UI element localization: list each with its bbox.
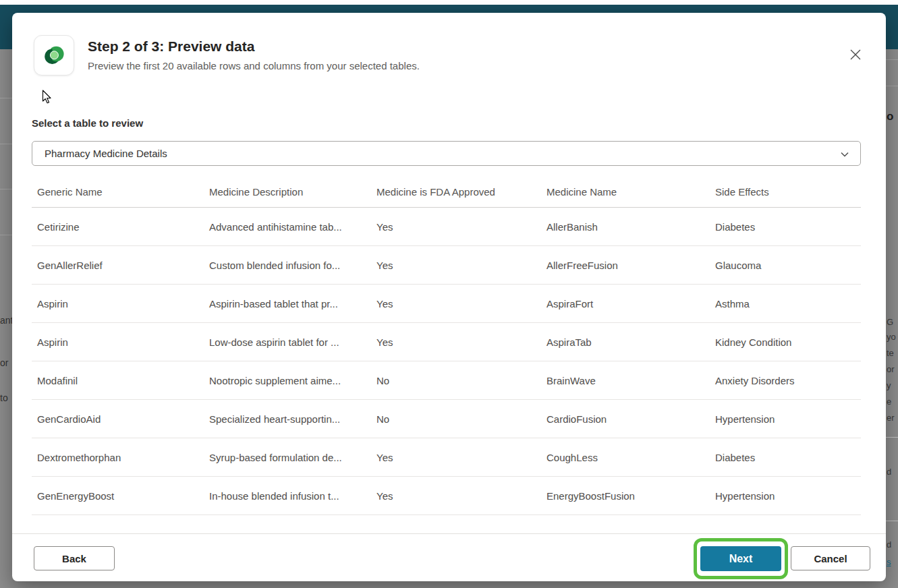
cell-side-effects: Anxiety Disorders [710,375,861,386]
dialog-title: Step 2 of 3: Preview data [88,38,254,55]
cell-fda-approved: Yes [371,452,541,463]
preview-table: Generic Name Medicine Description Medici… [32,177,861,515]
background-text-fragment: y [887,380,898,390]
cell-medicine-name: CoughLess [541,452,710,463]
table-row: Aspirin Low-dose aspirin tablet for ... … [32,323,861,361]
cell-medicine-description: Advanced antihistamine tab... [204,221,371,233]
cell-medicine-name: AllerFreeFusion [541,260,710,271]
background-text-fragment: d [887,539,898,550]
cancel-button[interactable]: Cancel [791,546,870,570]
cell-side-effects: Diabetes [710,221,861,233]
cell-side-effects: Diabetes [710,452,861,463]
background-text-fragment: s [887,557,898,567]
cell-side-effects: Kidney Condition [710,336,861,348]
cell-fda-approved: No [371,375,541,386]
chevron-down-icon [839,148,851,160]
cell-fda-approved: Yes [371,260,541,271]
mouse-cursor [42,90,53,105]
table-select-value: Pharmacy Medicine Details [32,148,167,159]
cell-medicine-name: AllerBanish [541,221,710,233]
back-button[interactable]: Back [34,546,115,570]
cell-side-effects: Asthma [710,298,861,310]
background-text-fragment: ant [0,315,12,326]
column-header: Generic Name [32,186,204,198]
cell-generic-name: GenAllerRelief [32,260,204,271]
cell-fda-approved: Yes [371,221,541,233]
cell-medicine-name: CardioFusion [541,413,710,425]
table-select-label: Select a table to review [32,117,143,129]
cell-side-effects: Hypertension [710,413,861,425]
table-row: Modafinil Nootropic supplement aime... N… [32,361,861,400]
background-row-divider [886,59,898,60]
column-header: Medicine Name [541,186,710,198]
footer-divider [12,533,886,534]
background-text-fragment: or [887,364,898,374]
cell-medicine-name: AspiraTab [541,336,710,348]
cell-medicine-name: BrainWave [541,375,710,386]
cell-medicine-description: Nootropic supplement aime... [204,375,371,386]
cell-medicine-description: Custom blended infusion fo... [204,260,371,271]
cell-generic-name: GenEnergyBoost [32,490,204,502]
dialog-logo [34,35,74,76]
background-text-fragment: to [0,392,12,403]
background-text-fragment: te [887,348,898,358]
background-row-divider [0,144,12,144]
table-select-dropdown[interactable]: Pharmacy Medicine Details [32,141,861,166]
background-row-divider [886,86,898,86]
close-icon [849,48,862,61]
cell-generic-name: Cetirizine [32,221,204,233]
table-header-row: Generic Name Medicine Description Medici… [32,177,861,208]
cell-fda-approved: Yes [371,298,541,310]
cell-medicine-description: In-house blended infusion t... [204,490,371,502]
background-row-divider [886,521,898,521]
cell-generic-name: GenCardioAid [32,413,204,425]
table-row: GenCardioAid Specialized heart-supportin… [32,400,861,438]
background-text-fragment: d [887,467,898,477]
cell-medicine-description: Specialized heart-supportin... [204,413,371,425]
cell-medicine-description: Aspirin-based tablet that pr... [204,298,371,310]
background-text-fragment: G [887,317,898,327]
next-button[interactable]: Next [700,546,781,571]
cell-fda-approved: Yes [371,490,541,502]
table-row: Cetirizine Advanced antihistamine tab...… [32,208,861,246]
table-row: GenAllerRelief Custom blended infusion f… [32,246,861,285]
dataverse-icon [40,42,67,69]
cell-generic-name: Aspirin [32,336,204,348]
column-header: Medicine is FDA Approved [371,186,541,198]
table-row: Aspirin Aspirin-based tablet that pr... … [32,285,861,323]
table-body: Cetirizine Advanced antihistamine tab...… [32,208,861,515]
background-text-fragment: or [0,357,12,368]
screen: ant or to o G yo te or y e er d d s [0,0,898,588]
cell-fda-approved: Yes [371,336,541,348]
column-header: Medicine Description [204,186,371,198]
cell-medicine-name: AspiraFort [541,298,710,310]
background-row-divider [886,437,898,438]
cell-generic-name: Aspirin [32,298,204,310]
cell-generic-name: Dextromethorphan [32,452,204,463]
column-header: Side Effects [710,186,861,198]
close-button[interactable] [847,46,864,63]
cell-side-effects: Glaucoma [710,260,861,271]
cell-fda-approved: No [371,413,541,425]
background-row-divider [0,235,12,235]
table-row: Dextromethorphan Syrup-based formulation… [32,438,861,477]
background-row-divider [0,98,12,98]
cell-medicine-description: Low-dose aspirin tablet for ... [204,336,371,348]
cell-medicine-description: Syrup-based formulation de... [204,452,371,463]
cell-generic-name: Modafinil [32,375,204,386]
table-row: GenEnergyBoost In-house blended infusion… [32,477,861,515]
background-text-fragment: e [887,396,898,407]
background-text-fragment: o [887,110,898,123]
preview-data-dialog: Step 2 of 3: Preview data Preview the fi… [12,13,886,581]
background-text-fragment: er [887,413,898,423]
cell-side-effects: Hypertension [710,490,861,502]
background-text-fragment: yo [887,332,898,342]
cell-medicine-name: EnergyBoostFusion [541,490,710,502]
dialog-subtitle: Preview the first 20 available rows and … [88,60,420,71]
background-row-divider [0,189,12,189]
